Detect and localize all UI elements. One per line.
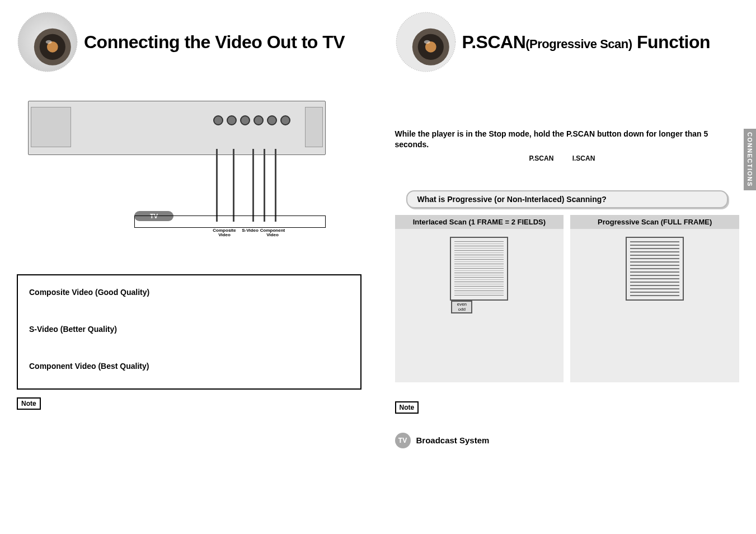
note-badge-left: Note [17, 397, 41, 410]
title-paren: (Progressive Scan) [525, 37, 632, 51]
right-title: P.SCAN(Progressive Scan) Function [462, 32, 711, 53]
question-text: What is Progressive (or Non-Interlaced) … [406, 190, 729, 208]
tv-circle-icon: TV [395, 433, 411, 448]
speaker-icon [395, 11, 457, 73]
tv-sub-component: Component Video [260, 228, 285, 237]
interlaced-frame-icon: even odd [450, 237, 508, 301]
side-tab-connections: CONNECTIONS [744, 129, 756, 190]
progressive-column: Progressive Scan (FULL FRAME) [570, 215, 739, 382]
tv-broadcast-system: TV Broadcast System [395, 433, 740, 448]
quality-composite: Composite Video (Good Quality) [29, 288, 349, 297]
title-main: P.SCAN [462, 32, 526, 52]
connection-diagram: TV Composite Video S-Video Component Vid… [17, 95, 361, 241]
right-heading: P.SCAN(Progressive Scan) Function [395, 11, 740, 73]
quality-svideo: S-Video (Better Quality) [29, 325, 349, 334]
svg-point-9 [424, 40, 430, 44]
progressive-frame-icon [626, 237, 684, 301]
progressive-head: Progressive Scan (FULL FRAME) [570, 215, 739, 229]
tv-input-strip [134, 216, 326, 228]
interlaced-column: Interlaced Scan (1 FRAME = 2 FIELDS) eve… [395, 215, 564, 382]
tv-system-text: Broadcast System [416, 435, 490, 445]
svg-point-4 [46, 40, 52, 44]
quality-box: Composite Video (Good Quality) S-Video (… [17, 274, 361, 390]
scan-labels: P.SCAN I.SCAN [529, 154, 740, 162]
odd-label: odd [452, 307, 471, 312]
quality-component: Component Video (Best Quality) [29, 362, 349, 371]
left-title: Connecting the Video Out to TV [84, 32, 345, 53]
tv-sub-composite: Composite Video [212, 228, 237, 237]
pscan-instruction: While the player is in the Stop mode, ho… [395, 129, 740, 150]
even-odd-label: even odd [451, 301, 472, 314]
interlaced-head: Interlaced Scan (1 FRAME = 2 FIELDS) [395, 215, 564, 229]
iscan-label: I.SCAN [572, 154, 595, 162]
left-heading: Connecting the Video Out to TV [17, 11, 361, 73]
pscan-label: P.SCAN [529, 154, 554, 162]
rear-panel-graphic [28, 101, 326, 155]
scan-comparison: Interlaced Scan (1 FRAME = 2 FIELDS) eve… [395, 215, 740, 382]
note-badge-right: Note [395, 401, 419, 414]
title-end: Function [632, 32, 710, 52]
question-band: What is Progressive (or Non-Interlaced) … [395, 190, 740, 207]
speaker-icon [17, 11, 78, 73]
